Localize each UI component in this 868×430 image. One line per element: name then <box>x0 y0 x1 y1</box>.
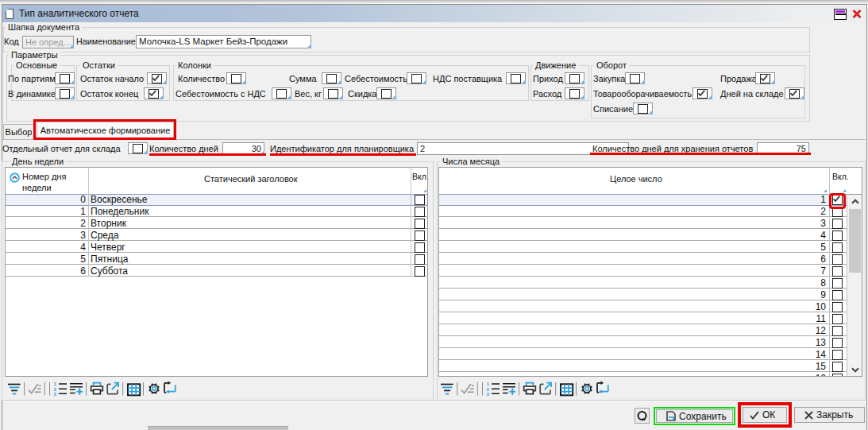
svg-text:3: 3 <box>54 391 57 397</box>
svg-text:3: 3 <box>487 391 490 397</box>
